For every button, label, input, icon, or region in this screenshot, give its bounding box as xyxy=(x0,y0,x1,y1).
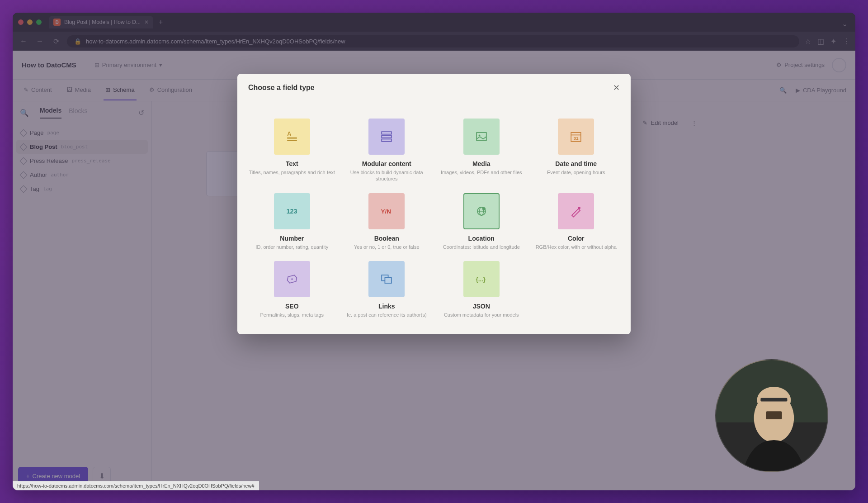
svg-point-16 xyxy=(482,207,486,210)
modal-header: Choose a field type ✕ xyxy=(237,74,631,102)
browser-window: D Blog Post | Models | How to D... ✕ + ⌄… xyxy=(13,13,855,490)
status-bar: https://how-to-datocms.admin.datocms.com… xyxy=(13,481,259,490)
field-type-datetime[interactable]: 31 Date and time Event date, opening hou… xyxy=(533,119,620,182)
svg-point-7 xyxy=(478,135,480,137)
webcam-overlay xyxy=(715,359,828,472)
media-type-icon xyxy=(463,119,500,155)
modular-icon xyxy=(368,119,405,155)
svg-rect-6 xyxy=(476,133,486,141)
svg-text:Y/N: Y/N xyxy=(381,208,392,215)
field-type-media[interactable]: Media Images, videos, PDFs and other fil… xyxy=(438,119,525,182)
svg-text:31: 31 xyxy=(574,136,579,141)
calendar-icon: 31 xyxy=(558,119,594,155)
modal-title: Choose a field type xyxy=(248,84,315,92)
modal-close-button[interactable]: ✕ xyxy=(613,83,620,93)
svg-point-17 xyxy=(578,207,580,209)
field-type-boolean[interactable]: Y/N Boolean Yes or no, 1 or 0, true or f… xyxy=(343,193,431,250)
svg-text:{...}: {...} xyxy=(476,276,486,283)
location-icon xyxy=(463,193,500,229)
number-icon: 123 xyxy=(274,193,310,229)
json-icon: {...} xyxy=(463,261,500,297)
field-type-links[interactable]: Links Ie. a post can reference its autho… xyxy=(343,261,431,318)
svg-point-18 xyxy=(291,278,293,280)
seo-icon xyxy=(274,261,310,297)
field-type-seo[interactable]: SEO Permalinks, slugs, meta tags xyxy=(248,261,336,318)
field-type-color[interactable]: Color RGB/Hex color, with or without alp… xyxy=(533,193,620,250)
svg-rect-3 xyxy=(382,132,392,134)
svg-rect-1 xyxy=(287,138,297,139)
svg-text:A: A xyxy=(287,131,291,137)
svg-rect-2 xyxy=(287,140,297,141)
text-icon: A xyxy=(274,119,310,155)
field-type-json[interactable]: {...} JSON Custom metadata for your mode… xyxy=(438,261,525,318)
links-icon xyxy=(368,261,405,297)
svg-rect-5 xyxy=(382,139,392,141)
field-type-modular[interactable]: Modular content Use blocks to build dyna… xyxy=(343,119,431,182)
svg-rect-4 xyxy=(382,135,392,138)
field-type-text[interactable]: A Text Titles, names, paragraphs and ric… xyxy=(248,119,336,182)
field-type-number[interactable]: 123 Number ID, order number, rating, qua… xyxy=(248,193,336,250)
svg-rect-26 xyxy=(760,398,787,402)
svg-rect-27 xyxy=(766,411,782,419)
field-type-modal: Choose a field type ✕ A Text Titles, nam… xyxy=(237,74,631,334)
svg-text:123: 123 xyxy=(286,208,297,215)
boolean-icon: Y/N xyxy=(368,193,405,229)
svg-rect-20 xyxy=(385,277,392,283)
color-icon xyxy=(558,193,594,229)
field-type-location[interactable]: Location Coordinates: latitude and longi… xyxy=(438,193,525,250)
modal-body: A Text Titles, names, paragraphs and ric… xyxy=(237,102,631,334)
